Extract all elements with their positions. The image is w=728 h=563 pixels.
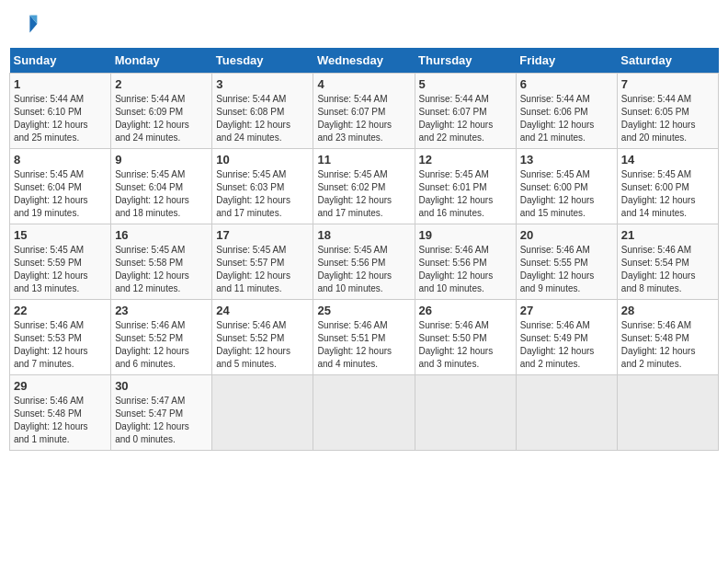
calendar-week-row: 15Sunrise: 5:45 AM Sunset: 5:59 PM Dayli… [10,224,719,300]
day-info: Sunrise: 5:45 AM Sunset: 5:58 PM Dayligh… [115,244,208,295]
calendar-day-cell: 14Sunrise: 5:45 AM Sunset: 6:00 PM Dayli… [617,149,718,224]
calendar-day-cell: 25Sunrise: 5:46 AM Sunset: 5:51 PM Dayli… [313,300,415,375]
day-info: Sunrise: 5:45 AM Sunset: 6:01 PM Dayligh… [419,168,512,220]
calendar-day-cell: 8Sunrise: 5:45 AM Sunset: 6:04 PM Daylig… [10,149,111,224]
calendar-day-cell: 1Sunrise: 5:44 AM Sunset: 6:10 PM Daylig… [10,74,111,149]
calendar-day-cell: 13Sunrise: 5:45 AM Sunset: 6:00 PM Dayli… [516,149,617,224]
day-number: 6 [520,77,613,91]
calendar-week-row: 22Sunrise: 5:46 AM Sunset: 5:53 PM Dayli… [10,300,719,375]
day-number: 13 [520,153,613,167]
day-number: 22 [14,304,107,317]
calendar-day-cell: 29Sunrise: 5:46 AM Sunset: 5:48 PM Dayli… [10,375,111,451]
day-number: 1 [14,77,107,91]
calendar-day-cell: 17Sunrise: 5:45 AM Sunset: 5:57 PM Dayli… [212,224,313,300]
day-info: Sunrise: 5:46 AM Sunset: 5:51 PM Dayligh… [317,319,410,371]
day-number: 4 [317,77,410,91]
calendar-day-cell: 7Sunrise: 5:44 AM Sunset: 6:05 PM Daylig… [617,74,718,149]
day-info: Sunrise: 5:45 AM Sunset: 5:56 PM Dayligh… [317,244,410,295]
calendar-day-cell: 2Sunrise: 5:44 AM Sunset: 6:09 PM Daylig… [111,74,212,149]
calendar-day-cell: 10Sunrise: 5:45 AM Sunset: 6:03 PM Dayli… [212,149,313,224]
day-info: Sunrise: 5:45 AM Sunset: 6:03 PM Dayligh… [216,168,309,220]
weekday-header-tuesday: Tuesday [212,48,313,74]
weekday-header-row: SundayMondayTuesdayWednesdayThursdayFrid… [10,48,719,74]
calendar-day-cell: 12Sunrise: 5:45 AM Sunset: 6:01 PM Dayli… [415,149,516,224]
calendar-day-cell: 19Sunrise: 5:46 AM Sunset: 5:56 PM Dayli… [415,224,516,300]
day-info: Sunrise: 5:45 AM Sunset: 6:02 PM Dayligh… [317,168,410,220]
day-info: Sunrise: 5:46 AM Sunset: 5:54 PM Dayligh… [621,244,714,295]
day-number: 9 [115,153,208,167]
day-info: Sunrise: 5:45 AM Sunset: 6:00 PM Dayligh… [520,168,613,220]
day-info: Sunrise: 5:46 AM Sunset: 5:48 PM Dayligh… [14,395,107,446]
day-info: Sunrise: 5:46 AM Sunset: 5:50 PM Dayligh… [419,319,512,371]
day-number: 10 [216,153,309,167]
weekday-header-monday: Monday [111,48,212,74]
day-info: Sunrise: 5:46 AM Sunset: 5:49 PM Dayligh… [520,319,613,371]
day-number: 28 [621,304,714,317]
calendar-week-row: 1Sunrise: 5:44 AM Sunset: 6:10 PM Daylig… [10,74,719,149]
day-info: Sunrise: 5:44 AM Sunset: 6:07 PM Dayligh… [419,93,512,144]
weekday-header-wednesday: Wednesday [313,48,415,74]
calendar-day-cell: 24Sunrise: 5:46 AM Sunset: 5:52 PM Dayli… [212,300,313,375]
day-info: Sunrise: 5:45 AM Sunset: 5:57 PM Dayligh… [216,244,309,295]
day-number: 12 [419,153,512,167]
empty-cell [617,375,718,451]
empty-cell [415,375,516,451]
day-number: 2 [115,77,208,91]
day-number: 20 [520,228,613,242]
day-info: Sunrise: 5:46 AM Sunset: 5:53 PM Dayligh… [14,319,107,371]
calendar-day-cell: 5Sunrise: 5:44 AM Sunset: 6:07 PM Daylig… [415,74,516,149]
day-number: 8 [14,153,107,167]
day-number: 15 [14,228,107,242]
calendar-day-cell: 26Sunrise: 5:46 AM Sunset: 5:50 PM Dayli… [415,300,516,375]
day-info: Sunrise: 5:44 AM Sunset: 6:06 PM Dayligh… [520,93,613,144]
empty-cell [212,375,313,451]
day-info: Sunrise: 5:44 AM Sunset: 6:10 PM Dayligh… [14,93,107,144]
day-info: Sunrise: 5:46 AM Sunset: 5:56 PM Dayligh… [419,244,512,295]
day-info: Sunrise: 5:45 AM Sunset: 6:00 PM Dayligh… [621,168,714,220]
logo-icon [9,9,39,39]
calendar-day-cell: 20Sunrise: 5:46 AM Sunset: 5:55 PM Dayli… [516,224,617,300]
day-info: Sunrise: 5:45 AM Sunset: 6:04 PM Dayligh… [115,168,208,220]
day-info: Sunrise: 5:44 AM Sunset: 6:05 PM Dayligh… [621,93,714,144]
calendar-week-row: 29Sunrise: 5:46 AM Sunset: 5:48 PM Dayli… [10,375,719,451]
calendar-day-cell: 16Sunrise: 5:45 AM Sunset: 5:58 PM Dayli… [111,224,212,300]
calendar-day-cell: 30Sunrise: 5:47 AM Sunset: 5:47 PM Dayli… [111,375,212,451]
weekday-header-sunday: Sunday [10,48,111,74]
day-number: 30 [115,379,208,393]
day-number: 11 [317,153,410,167]
calendar-day-cell: 27Sunrise: 5:46 AM Sunset: 5:49 PM Dayli… [516,300,617,375]
day-info: Sunrise: 5:46 AM Sunset: 5:48 PM Dayligh… [621,319,714,371]
day-number: 23 [115,304,208,317]
calendar-day-cell: 22Sunrise: 5:46 AM Sunset: 5:53 PM Dayli… [10,300,111,375]
day-number: 5 [419,77,512,91]
calendar-day-cell: 15Sunrise: 5:45 AM Sunset: 5:59 PM Dayli… [10,224,111,300]
day-number: 27 [520,304,613,317]
empty-cell [313,375,415,451]
day-number: 25 [317,304,410,317]
calendar-day-cell: 6Sunrise: 5:44 AM Sunset: 6:06 PM Daylig… [516,74,617,149]
calendar-day-cell: 18Sunrise: 5:45 AM Sunset: 5:56 PM Dayli… [313,224,415,300]
day-info: Sunrise: 5:45 AM Sunset: 6:04 PM Dayligh… [14,168,107,220]
weekday-header-saturday: Saturday [617,48,718,74]
day-number: 26 [419,304,512,317]
day-number: 29 [14,379,107,393]
day-number: 19 [419,228,512,242]
calendar-day-cell: 4Sunrise: 5:44 AM Sunset: 6:07 PM Daylig… [313,74,415,149]
weekday-header-friday: Friday [516,48,617,74]
weekday-header-thursday: Thursday [415,48,516,74]
day-info: Sunrise: 5:44 AM Sunset: 6:08 PM Dayligh… [216,93,309,144]
calendar-week-row: 8Sunrise: 5:45 AM Sunset: 6:04 PM Daylig… [10,149,719,224]
calendar-day-cell: 3Sunrise: 5:44 AM Sunset: 6:08 PM Daylig… [212,74,313,149]
day-info: Sunrise: 5:46 AM Sunset: 5:55 PM Dayligh… [520,244,613,295]
day-info: Sunrise: 5:46 AM Sunset: 5:52 PM Dayligh… [115,319,208,371]
calendar-table: SundayMondayTuesdayWednesdayThursdayFrid… [9,48,719,451]
day-number: 3 [216,77,309,91]
calendar-day-cell: 23Sunrise: 5:46 AM Sunset: 5:52 PM Dayli… [111,300,212,375]
day-number: 7 [621,77,714,91]
page-header [9,9,719,39]
day-info: Sunrise: 5:44 AM Sunset: 6:09 PM Dayligh… [115,93,208,144]
day-number: 24 [216,304,309,317]
calendar-day-cell: 21Sunrise: 5:46 AM Sunset: 5:54 PM Dayli… [617,224,718,300]
day-info: Sunrise: 5:47 AM Sunset: 5:47 PM Dayligh… [115,395,208,446]
day-number: 16 [115,228,208,242]
